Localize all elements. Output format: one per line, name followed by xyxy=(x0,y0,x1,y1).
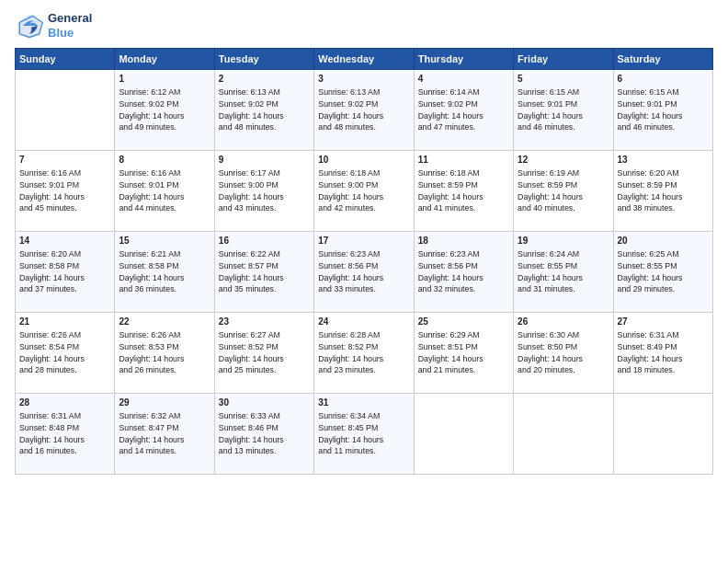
day-number: 27 xyxy=(618,316,709,328)
calendar-cell: 10Sunrise: 6:18 AMSunset: 9:00 PMDayligh… xyxy=(314,151,414,232)
cell-info: Sunrise: 6:23 AMSunset: 8:56 PMDaylight:… xyxy=(318,248,409,295)
cell-info: Sunrise: 6:13 AMSunset: 9:02 PMDaylight:… xyxy=(219,86,310,133)
day-number: 17 xyxy=(318,235,409,247)
day-number: 3 xyxy=(318,73,409,86)
cell-info: Sunrise: 6:22 AMSunset: 8:57 PMDaylight:… xyxy=(219,248,310,295)
day-number: 22 xyxy=(119,316,210,328)
day-number: 5 xyxy=(518,73,609,86)
logo-icon xyxy=(15,11,44,40)
calendar-cell xyxy=(613,394,712,475)
day-number: 25 xyxy=(418,316,509,328)
calendar-cell: 22Sunrise: 6:26 AMSunset: 8:53 PMDayligh… xyxy=(115,313,214,394)
calendar-table: SundayMondayTuesdayWednesdayThursdayFrid… xyxy=(15,48,713,475)
day-number: 18 xyxy=(418,235,509,247)
cell-info: Sunrise: 6:26 AMSunset: 8:54 PMDaylight:… xyxy=(19,329,110,376)
cell-info: Sunrise: 6:34 AMSunset: 8:45 PMDaylight:… xyxy=(318,410,409,457)
calendar-cell: 6Sunrise: 6:15 AMSunset: 9:01 PMDaylight… xyxy=(613,70,712,151)
week-row-2: 14Sunrise: 6:20 AMSunset: 8:58 PMDayligh… xyxy=(16,232,713,313)
logo-text: General Blue xyxy=(48,11,92,40)
day-number: 16 xyxy=(219,235,310,247)
cell-info: Sunrise: 6:20 AMSunset: 8:59 PMDaylight:… xyxy=(618,167,709,214)
cell-info: Sunrise: 6:14 AMSunset: 9:02 PMDaylight:… xyxy=(418,86,509,133)
day-number: 26 xyxy=(518,316,609,328)
calendar-cell xyxy=(16,70,115,151)
day-number: 12 xyxy=(518,154,609,167)
cell-info: Sunrise: 6:20 AMSunset: 8:58 PMDaylight:… xyxy=(19,248,110,295)
day-number: 4 xyxy=(418,73,509,86)
calendar-cell: 1Sunrise: 6:12 AMSunset: 9:02 PMDaylight… xyxy=(115,70,214,151)
calendar-cell: 29Sunrise: 6:32 AMSunset: 8:47 PMDayligh… xyxy=(115,394,214,475)
calendar-cell: 17Sunrise: 6:23 AMSunset: 8:56 PMDayligh… xyxy=(314,232,414,313)
day-number: 10 xyxy=(318,154,409,167)
cell-info: Sunrise: 6:18 AMSunset: 8:59 PMDaylight:… xyxy=(418,167,509,214)
header-saturday: Saturday xyxy=(613,49,712,70)
calendar-cell: 31Sunrise: 6:34 AMSunset: 8:45 PMDayligh… xyxy=(314,394,414,475)
cell-info: Sunrise: 6:21 AMSunset: 8:58 PMDaylight:… xyxy=(119,248,210,295)
calendar-cell: 16Sunrise: 6:22 AMSunset: 8:57 PMDayligh… xyxy=(214,232,313,313)
cell-info: Sunrise: 6:23 AMSunset: 8:56 PMDaylight:… xyxy=(418,248,509,295)
page: General Blue SundayMondayTuesdayWednesda… xyxy=(0,0,728,563)
calendar-cell xyxy=(514,394,613,475)
calendar-cell: 19Sunrise: 6:24 AMSunset: 8:55 PMDayligh… xyxy=(514,232,613,313)
header-sunday: Sunday xyxy=(16,49,115,70)
calendar-cell: 18Sunrise: 6:23 AMSunset: 8:56 PMDayligh… xyxy=(414,232,513,313)
header-monday: Monday xyxy=(115,49,214,70)
week-row-1: 7Sunrise: 6:16 AMSunset: 9:01 PMDaylight… xyxy=(16,151,713,232)
day-number: 15 xyxy=(119,235,210,247)
calendar-cell: 9Sunrise: 6:17 AMSunset: 9:00 PMDaylight… xyxy=(214,151,313,232)
calendar-cell: 11Sunrise: 6:18 AMSunset: 8:59 PMDayligh… xyxy=(414,151,513,232)
cell-info: Sunrise: 6:15 AMSunset: 9:01 PMDaylight:… xyxy=(618,86,709,133)
week-row-3: 21Sunrise: 6:26 AMSunset: 8:54 PMDayligh… xyxy=(16,313,713,394)
week-row-4: 28Sunrise: 6:31 AMSunset: 8:48 PMDayligh… xyxy=(16,394,713,475)
header: General Blue xyxy=(15,11,713,40)
cell-info: Sunrise: 6:15 AMSunset: 9:01 PMDaylight:… xyxy=(518,86,609,133)
cell-info: Sunrise: 6:19 AMSunset: 8:59 PMDaylight:… xyxy=(518,167,609,214)
cell-info: Sunrise: 6:32 AMSunset: 8:47 PMDaylight:… xyxy=(119,410,210,457)
calendar-cell: 21Sunrise: 6:26 AMSunset: 8:54 PMDayligh… xyxy=(16,313,115,394)
day-number: 13 xyxy=(618,154,709,167)
day-number: 9 xyxy=(219,154,310,167)
calendar-cell: 13Sunrise: 6:20 AMSunset: 8:59 PMDayligh… xyxy=(613,151,712,232)
cell-info: Sunrise: 6:31 AMSunset: 8:48 PMDaylight:… xyxy=(19,410,110,457)
cell-info: Sunrise: 6:16 AMSunset: 9:01 PMDaylight:… xyxy=(119,167,210,214)
day-number: 2 xyxy=(219,73,310,86)
calendar-cell xyxy=(414,394,513,475)
header-wednesday: Wednesday xyxy=(314,49,414,70)
cell-info: Sunrise: 6:30 AMSunset: 8:50 PMDaylight:… xyxy=(518,329,609,376)
day-number: 29 xyxy=(119,396,210,409)
calendar-cell: 20Sunrise: 6:25 AMSunset: 8:55 PMDayligh… xyxy=(613,232,712,313)
cell-info: Sunrise: 6:17 AMSunset: 9:00 PMDaylight:… xyxy=(219,167,310,214)
calendar-cell: 2Sunrise: 6:13 AMSunset: 9:02 PMDaylight… xyxy=(214,70,313,151)
calendar-cell: 3Sunrise: 6:13 AMSunset: 9:02 PMDaylight… xyxy=(314,70,414,151)
day-number: 23 xyxy=(219,316,310,328)
cell-info: Sunrise: 6:26 AMSunset: 8:53 PMDaylight:… xyxy=(119,329,210,376)
calendar-cell: 30Sunrise: 6:33 AMSunset: 8:46 PMDayligh… xyxy=(214,394,313,475)
cell-info: Sunrise: 6:28 AMSunset: 8:52 PMDaylight:… xyxy=(318,329,409,376)
day-number: 24 xyxy=(318,316,409,328)
cell-info: Sunrise: 6:29 AMSunset: 8:51 PMDaylight:… xyxy=(418,329,509,376)
calendar-cell: 15Sunrise: 6:21 AMSunset: 8:58 PMDayligh… xyxy=(115,232,214,313)
calendar-cell: 28Sunrise: 6:31 AMSunset: 8:48 PMDayligh… xyxy=(16,394,115,475)
header-tuesday: Tuesday xyxy=(214,49,313,70)
cell-info: Sunrise: 6:16 AMSunset: 9:01 PMDaylight:… xyxy=(19,167,110,214)
header-friday: Friday xyxy=(514,49,613,70)
day-number: 14 xyxy=(19,235,110,247)
day-number: 31 xyxy=(318,396,409,409)
calendar-cell: 23Sunrise: 6:27 AMSunset: 8:52 PMDayligh… xyxy=(214,313,313,394)
calendar-cell: 4Sunrise: 6:14 AMSunset: 9:02 PMDaylight… xyxy=(414,70,513,151)
cell-info: Sunrise: 6:24 AMSunset: 8:55 PMDaylight:… xyxy=(518,248,609,295)
calendar-cell: 5Sunrise: 6:15 AMSunset: 9:01 PMDaylight… xyxy=(514,70,613,151)
day-number: 21 xyxy=(19,316,110,328)
day-number: 6 xyxy=(618,73,709,86)
calendar-cell: 25Sunrise: 6:29 AMSunset: 8:51 PMDayligh… xyxy=(414,313,513,394)
cell-info: Sunrise: 6:33 AMSunset: 8:46 PMDaylight:… xyxy=(219,410,310,457)
header-row: SundayMondayTuesdayWednesdayThursdayFrid… xyxy=(16,49,713,70)
cell-info: Sunrise: 6:25 AMSunset: 8:55 PMDaylight:… xyxy=(618,248,709,295)
calendar-cell: 7Sunrise: 6:16 AMSunset: 9:01 PMDaylight… xyxy=(16,151,115,232)
cell-info: Sunrise: 6:12 AMSunset: 9:02 PMDaylight:… xyxy=(119,86,210,133)
calendar-cell: 26Sunrise: 6:30 AMSunset: 8:50 PMDayligh… xyxy=(514,313,613,394)
cell-info: Sunrise: 6:13 AMSunset: 9:02 PMDaylight:… xyxy=(318,86,409,133)
cell-info: Sunrise: 6:27 AMSunset: 8:52 PMDaylight:… xyxy=(219,329,310,376)
calendar-cell: 12Sunrise: 6:19 AMSunset: 8:59 PMDayligh… xyxy=(514,151,613,232)
day-number: 19 xyxy=(518,235,609,247)
